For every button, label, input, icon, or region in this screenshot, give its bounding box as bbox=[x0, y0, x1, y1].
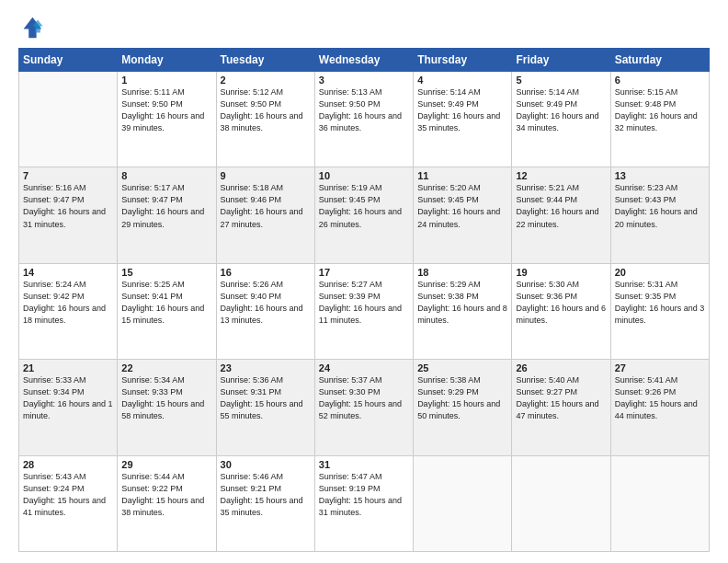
calendar-cell: 3Sunrise: 5:13 AM Sunset: 9:50 PM Daylig… bbox=[314, 72, 413, 167]
calendar-cell: 24Sunrise: 5:37 AM Sunset: 9:30 PM Dayli… bbox=[314, 360, 413, 455]
day-info: Sunrise: 5:30 AM Sunset: 9:36 PM Dayligh… bbox=[516, 279, 606, 327]
day-info: Sunrise: 5:46 AM Sunset: 9:21 PM Dayligh… bbox=[221, 471, 311, 519]
logo bbox=[18, 15, 46, 40]
day-info: Sunrise: 5:14 AM Sunset: 9:49 PM Dayligh… bbox=[417, 86, 507, 134]
day-number: 9 bbox=[221, 170, 311, 181]
calendar-cell: 1Sunrise: 5:11 AM Sunset: 9:50 PM Daylig… bbox=[118, 72, 216, 167]
day-info: Sunrise: 5:24 AM Sunset: 9:42 PM Dayligh… bbox=[23, 279, 113, 327]
day-info: Sunrise: 5:40 AM Sunset: 9:27 PM Dayligh… bbox=[516, 374, 606, 422]
day-info: Sunrise: 5:26 AM Sunset: 9:40 PM Dayligh… bbox=[221, 279, 311, 327]
calendar-cell bbox=[19, 72, 118, 167]
day-number: 20 bbox=[615, 267, 705, 278]
day-number: 19 bbox=[516, 267, 606, 278]
calendar-cell: 9Sunrise: 5:18 AM Sunset: 9:46 PM Daylig… bbox=[216, 167, 314, 263]
day-info: Sunrise: 5:47 AM Sunset: 9:19 PM Dayligh… bbox=[319, 471, 409, 519]
day-number: 23 bbox=[221, 362, 311, 373]
day-info: Sunrise: 5:44 AM Sunset: 9:22 PM Dayligh… bbox=[121, 471, 211, 519]
day-info: Sunrise: 5:23 AM Sunset: 9:43 PM Dayligh… bbox=[615, 182, 705, 230]
day-number: 18 bbox=[417, 267, 507, 278]
day-number: 17 bbox=[319, 267, 409, 278]
calendar-cell: 7Sunrise: 5:16 AM Sunset: 9:47 PM Daylig… bbox=[19, 167, 118, 263]
week-row-3: 14Sunrise: 5:24 AM Sunset: 9:42 PM Dayli… bbox=[19, 263, 710, 359]
day-number: 16 bbox=[221, 267, 311, 278]
page: SundayMondayTuesdayWednesdayThursdayFrid… bbox=[0, 0, 728, 563]
day-info: Sunrise: 5:18 AM Sunset: 9:46 PM Dayligh… bbox=[221, 182, 311, 230]
calendar-cell: 29Sunrise: 5:44 AM Sunset: 9:22 PM Dayli… bbox=[118, 455, 216, 551]
week-row-2: 7Sunrise: 5:16 AM Sunset: 9:47 PM Daylig… bbox=[19, 167, 710, 263]
day-number: 14 bbox=[23, 267, 113, 278]
day-number: 8 bbox=[121, 170, 211, 181]
day-number: 31 bbox=[319, 459, 409, 470]
day-number: 21 bbox=[23, 362, 113, 373]
day-number: 30 bbox=[221, 459, 311, 470]
calendar-cell: 22Sunrise: 5:34 AM Sunset: 9:33 PM Dayli… bbox=[118, 360, 216, 455]
calendar-cell bbox=[414, 455, 512, 551]
logo-icon bbox=[18, 15, 44, 40]
day-info: Sunrise: 5:29 AM Sunset: 9:38 PM Dayligh… bbox=[417, 279, 507, 327]
day-number: 6 bbox=[615, 75, 705, 86]
day-header-friday: Friday bbox=[512, 49, 610, 72]
day-number: 13 bbox=[615, 170, 705, 181]
day-info: Sunrise: 5:15 AM Sunset: 9:48 PM Dayligh… bbox=[615, 86, 705, 134]
calendar-cell: 17Sunrise: 5:27 AM Sunset: 9:39 PM Dayli… bbox=[314, 263, 413, 359]
day-number: 2 bbox=[221, 75, 311, 86]
day-number: 3 bbox=[319, 75, 409, 86]
calendar-table: SundayMondayTuesdayWednesdayThursdayFrid… bbox=[18, 48, 710, 552]
day-number: 22 bbox=[121, 362, 211, 373]
day-header-sunday: Sunday bbox=[19, 49, 118, 72]
week-row-1: 1Sunrise: 5:11 AM Sunset: 9:50 PM Daylig… bbox=[19, 72, 710, 167]
day-info: Sunrise: 5:33 AM Sunset: 9:34 PM Dayligh… bbox=[23, 374, 113, 422]
day-info: Sunrise: 5:37 AM Sunset: 9:30 PM Dayligh… bbox=[319, 374, 409, 422]
day-number: 27 bbox=[615, 362, 705, 373]
calendar-cell bbox=[610, 455, 709, 551]
day-info: Sunrise: 5:17 AM Sunset: 9:47 PM Dayligh… bbox=[121, 182, 211, 230]
day-info: Sunrise: 5:20 AM Sunset: 9:45 PM Dayligh… bbox=[417, 182, 507, 230]
calendar-cell: 2Sunrise: 5:12 AM Sunset: 9:50 PM Daylig… bbox=[216, 72, 314, 167]
calendar-cell: 28Sunrise: 5:43 AM Sunset: 9:24 PM Dayli… bbox=[19, 455, 118, 551]
calendar-cell: 27Sunrise: 5:41 AM Sunset: 9:26 PM Dayli… bbox=[610, 360, 709, 455]
day-number: 5 bbox=[516, 75, 606, 86]
calendar-cell: 30Sunrise: 5:46 AM Sunset: 9:21 PM Dayli… bbox=[216, 455, 314, 551]
calendar-cell: 16Sunrise: 5:26 AM Sunset: 9:40 PM Dayli… bbox=[216, 263, 314, 359]
calendar-cell: 12Sunrise: 5:21 AM Sunset: 9:44 PM Dayli… bbox=[512, 167, 610, 263]
day-header-wednesday: Wednesday bbox=[314, 49, 413, 72]
calendar-cell: 15Sunrise: 5:25 AM Sunset: 9:41 PM Dayli… bbox=[118, 263, 216, 359]
week-row-5: 28Sunrise: 5:43 AM Sunset: 9:24 PM Dayli… bbox=[19, 455, 710, 551]
week-row-4: 21Sunrise: 5:33 AM Sunset: 9:34 PM Dayli… bbox=[19, 360, 710, 455]
day-number: 29 bbox=[121, 459, 211, 470]
calendar-cell: 26Sunrise: 5:40 AM Sunset: 9:27 PM Dayli… bbox=[512, 360, 610, 455]
day-number: 25 bbox=[417, 362, 507, 373]
day-number: 28 bbox=[23, 459, 113, 470]
header-row: SundayMondayTuesdayWednesdayThursdayFrid… bbox=[19, 49, 710, 72]
calendar-cell: 25Sunrise: 5:38 AM Sunset: 9:29 PM Dayli… bbox=[414, 360, 512, 455]
calendar-cell: 13Sunrise: 5:23 AM Sunset: 9:43 PM Dayli… bbox=[610, 167, 709, 263]
calendar-cell: 4Sunrise: 5:14 AM Sunset: 9:49 PM Daylig… bbox=[414, 72, 512, 167]
calendar-cell: 23Sunrise: 5:36 AM Sunset: 9:31 PM Dayli… bbox=[216, 360, 314, 455]
calendar-cell: 21Sunrise: 5:33 AM Sunset: 9:34 PM Dayli… bbox=[19, 360, 118, 455]
day-header-monday: Monday bbox=[118, 49, 216, 72]
day-number: 11 bbox=[417, 170, 507, 181]
calendar-cell: 14Sunrise: 5:24 AM Sunset: 9:42 PM Dayli… bbox=[19, 263, 118, 359]
day-number: 1 bbox=[121, 75, 211, 86]
day-info: Sunrise: 5:21 AM Sunset: 9:44 PM Dayligh… bbox=[516, 182, 606, 230]
day-info: Sunrise: 5:38 AM Sunset: 9:29 PM Dayligh… bbox=[417, 374, 507, 422]
day-number: 15 bbox=[121, 267, 211, 278]
day-number: 10 bbox=[319, 170, 409, 181]
day-info: Sunrise: 5:13 AM Sunset: 9:50 PM Dayligh… bbox=[319, 86, 409, 134]
day-header-tuesday: Tuesday bbox=[216, 49, 314, 72]
calendar-cell: 6Sunrise: 5:15 AM Sunset: 9:48 PM Daylig… bbox=[610, 72, 709, 167]
day-info: Sunrise: 5:16 AM Sunset: 9:47 PM Dayligh… bbox=[23, 182, 113, 230]
day-info: Sunrise: 5:27 AM Sunset: 9:39 PM Dayligh… bbox=[319, 279, 409, 327]
day-info: Sunrise: 5:14 AM Sunset: 9:49 PM Dayligh… bbox=[516, 86, 606, 134]
day-number: 12 bbox=[516, 170, 606, 181]
header bbox=[18, 15, 710, 40]
calendar-cell: 5Sunrise: 5:14 AM Sunset: 9:49 PM Daylig… bbox=[512, 72, 610, 167]
calendar-cell: 10Sunrise: 5:19 AM Sunset: 9:45 PM Dayli… bbox=[314, 167, 413, 263]
day-number: 4 bbox=[417, 75, 507, 86]
day-info: Sunrise: 5:41 AM Sunset: 9:26 PM Dayligh… bbox=[615, 374, 705, 422]
day-info: Sunrise: 5:34 AM Sunset: 9:33 PM Dayligh… bbox=[121, 374, 211, 422]
day-number: 7 bbox=[23, 170, 113, 181]
calendar-cell bbox=[512, 455, 610, 551]
day-info: Sunrise: 5:12 AM Sunset: 9:50 PM Dayligh… bbox=[221, 86, 311, 134]
day-info: Sunrise: 5:11 AM Sunset: 9:50 PM Dayligh… bbox=[121, 86, 211, 134]
